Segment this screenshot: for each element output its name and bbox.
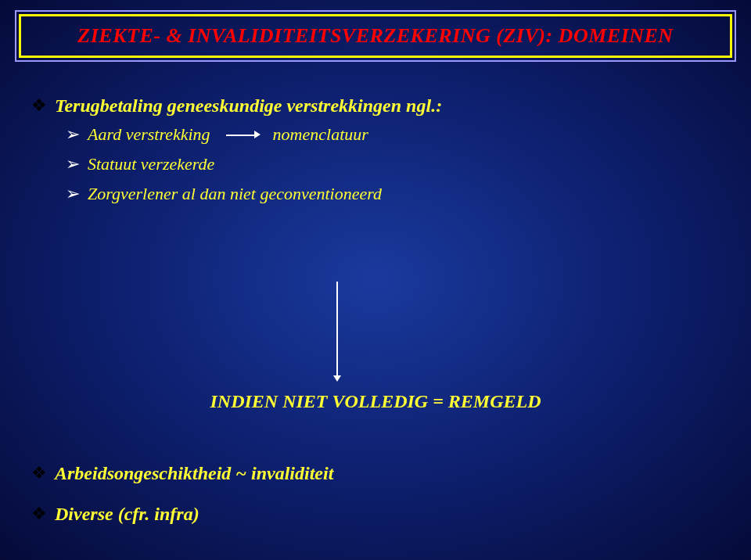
- item-nomenclatuur: nomenclatuur: [273, 124, 368, 145]
- diamond-bullet-icon: ❖: [31, 94, 47, 117]
- chevron-bullet-icon: ➢: [66, 124, 80, 145]
- chevron-bullet-icon: ➢: [66, 183, 80, 205]
- diamond-bullet-icon: ❖: [31, 502, 47, 526]
- slide-title: ZIEKTE- & INVALIDITEITSVERZEKERING (ZIV)…: [77, 24, 673, 47]
- bottom-sections: ❖ Arbeidsongeschiktheid ~ invaliditeit ❖…: [31, 461, 720, 532]
- section3-text: Diverse (cfr. infra): [55, 502, 199, 526]
- diamond-bullet-icon: ❖: [31, 461, 47, 485]
- title-box: ZIEKTE- & INVALIDITEITSVERZEKERING (ZIV)…: [19, 14, 732, 58]
- arrow-right-icon: [226, 129, 261, 140]
- middle-label: INDIEN NIET VOLLEDIG = REMGELD: [0, 391, 751, 412]
- item-zorgverlener: Zorgverlener al dan niet geconventioneer…: [88, 183, 382, 205]
- bullet-level1: ❖ Terugbetaling geneeskundige verstrekki…: [31, 94, 720, 117]
- bullet-level1: ❖ Diverse (cfr. infra): [31, 502, 720, 526]
- item-aard: Aard verstrekking: [88, 124, 210, 145]
- section2-text: Arbeidsongeschiktheid ~ invaliditeit: [55, 461, 333, 485]
- bullet-level1: ❖ Arbeidsongeschiktheid ~ invaliditeit: [31, 461, 720, 485]
- content-area: ❖ Terugbetaling geneeskundige verstrekki…: [31, 94, 720, 216]
- bullet-level2: ➢ Statuut verzekerde: [66, 153, 720, 175]
- item-statuut: Statuut verzekerde: [88, 153, 214, 175]
- bullet-level2: ➢ Aard verstrekking nomenclatuur: [66, 124, 720, 145]
- arrow-down-icon: [336, 282, 338, 375]
- section1-heading: Terugbetaling geneeskundige verstrekking…: [55, 94, 442, 117]
- section-1: ❖ Terugbetaling geneeskundige verstrekki…: [31, 94, 720, 205]
- chevron-bullet-icon: ➢: [66, 153, 80, 175]
- bullet-level2: ➢ Zorgverlener al dan niet geconventione…: [66, 183, 720, 205]
